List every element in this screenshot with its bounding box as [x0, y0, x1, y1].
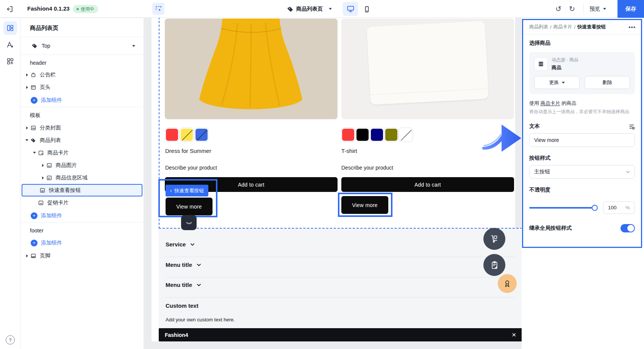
sidebar-item-page-footer[interactable]: 页脚: [20, 249, 144, 262]
sections-panel: 商品列表页 Top header 公告栏: [20, 18, 144, 349]
database-icon: [538, 61, 544, 67]
color-swatch[interactable]: [341, 128, 355, 142]
inherit-global-style-toggle[interactable]: [621, 224, 635, 232]
top-template-selector[interactable]: Top: [20, 37, 144, 55]
product-image-dress[interactable]: [165, 19, 338, 119]
delivery-float-button[interactable]: [483, 228, 505, 250]
rewards-float-button[interactable]: [498, 274, 517, 293]
callout-arrow-icon: [480, 119, 523, 157]
help-button[interactable]: ?: [6, 335, 15, 344]
sidebar-item-product-info[interactable]: 商品信息区域: [20, 171, 144, 184]
preview-button[interactable]: 预览: [589, 0, 606, 18]
desktop-view-button[interactable]: [343, 2, 358, 16]
more-options-button[interactable]: •••: [628, 24, 636, 30]
soldout-slash-icon: [196, 128, 208, 142]
left-icon-rail: ?: [0, 18, 20, 349]
button-text-input[interactable]: [529, 133, 635, 147]
chevron-down-icon: [190, 243, 195, 246]
tag-icon: [31, 43, 38, 49]
select-cursor-icon: [155, 5, 162, 12]
sidebar-item-quick-view-button[interactable]: 快速查看按钮: [22, 184, 142, 196]
text-field-label: 文本: [529, 123, 540, 130]
opacity-unit: %: [625, 205, 630, 210]
page-selector[interactable]: 商品列表页: [296, 6, 323, 12]
mobile-icon: [363, 6, 370, 13]
color-swatch[interactable]: [370, 128, 384, 142]
footer-menu-row[interactable]: Menu title: [166, 282, 201, 288]
top-selector-caret-icon: [132, 45, 135, 47]
slider-knob[interactable]: [592, 205, 598, 211]
apps-tab[interactable]: [3, 55, 17, 68]
redo-button[interactable]: ↻: [567, 3, 577, 14]
product-title: T-shirt: [341, 148, 357, 154]
button-style-select[interactable]: 主按钮: [529, 165, 635, 179]
add-to-cart-button[interactable]: Add to cart: [341, 177, 514, 192]
color-swatch-soldout[interactable]: [195, 128, 208, 142]
sidebar-item-announcement[interactable]: 公告栏: [20, 69, 144, 81]
sidebar-item-page-header[interactable]: 页头: [20, 81, 144, 93]
divider: [166, 297, 516, 298]
preview-canvas: Dress for Summer T-shirt Describe your p…: [144, 18, 522, 349]
topbar-divider: [583, 3, 584, 14]
sections-tab[interactable]: [3, 21, 17, 35]
source-name: 商品: [552, 64, 578, 71]
divider: [166, 277, 516, 277]
product-source-card: 动态源 · 商品 商品 更换 删除: [529, 52, 635, 94]
close-icon[interactable]: ✕: [511, 332, 516, 338]
sidebar-item-product-list[interactable]: 商品列表: [20, 134, 144, 146]
group-label-template: 模板: [20, 107, 144, 122]
expand-caret-icon[interactable]: [26, 254, 28, 257]
undo-button[interactable]: ↺: [553, 3, 564, 14]
color-swatch[interactable]: [356, 128, 369, 142]
expand-caret-icon[interactable]: [26, 73, 28, 76]
theme-styles-tab[interactable]: [3, 38, 17, 51]
color-swatch-soldout[interactable]: [180, 128, 194, 142]
breadcrumb-product-card[interactable]: 商品卡片: [553, 24, 572, 30]
product-card-link[interactable]: 商品卡片: [541, 100, 560, 106]
product-description: Describe your product: [165, 165, 217, 171]
footer-menu-row[interactable]: Menu title: [166, 262, 201, 268]
add-component-template-button[interactable]: + 添加组件: [20, 209, 144, 222]
expand-caret-icon[interactable]: [26, 86, 28, 89]
sidebar-item-category-cover[interactable]: 分类封面: [20, 122, 144, 134]
opacity-slider[interactable]: [529, 207, 597, 209]
status-badge: 使用中: [73, 5, 98, 13]
color-swatch[interactable]: [385, 128, 398, 142]
group-label-header: header: [20, 55, 144, 69]
sidebar-item-promo-card[interactable]: 促销卡片: [20, 196, 144, 209]
replace-product-button[interactable]: 更换: [534, 76, 580, 89]
expand-caret-icon[interactable]: [42, 164, 44, 167]
announcement-icon: [30, 72, 36, 78]
chevron-left-icon[interactable]: ‹: [170, 188, 172, 193]
feedback-float-button[interactable]: [483, 254, 505, 276]
select-mode-button[interactable]: [152, 3, 164, 15]
save-button[interactable]: 保存: [617, 0, 644, 18]
sidebar-item-product-card[interactable]: 商品卡片: [20, 146, 144, 159]
footer-menu-row[interactable]: Service: [166, 241, 195, 248]
add-component-header-button[interactable]: + 添加组件: [20, 93, 144, 107]
product-image-icon: [46, 162, 52, 168]
breadcrumb-product-list[interactable]: 商品列表: [529, 24, 548, 30]
plus-circle-icon: +: [31, 212, 38, 219]
mobile-view-button[interactable]: [361, 3, 373, 15]
page-selector-caret-icon[interactable]: [329, 8, 332, 10]
hide-component-button[interactable]: [181, 215, 197, 230]
view-more-button[interactable]: View more: [341, 196, 388, 214]
dynamic-source-icon[interactable]: [628, 123, 635, 130]
view-more-button[interactable]: View more: [166, 198, 213, 215]
delete-product-button[interactable]: 删除: [585, 76, 630, 89]
collapse-caret-icon[interactable]: [25, 139, 28, 141]
color-swatch[interactable]: [165, 128, 179, 142]
opacity-value-box[interactable]: 100 %: [603, 201, 635, 214]
hand-truck-icon: [489, 234, 499, 244]
expand-caret-icon[interactable]: [26, 126, 28, 129]
page-footer-icon: [30, 253, 36, 259]
color-swatch-soldout[interactable]: [399, 128, 413, 142]
expand-caret-icon[interactable]: [42, 176, 44, 179]
exit-editor-button[interactable]: [5, 4, 15, 14]
product-image-tshirt[interactable]: [341, 19, 514, 119]
add-component-footer-button[interactable]: + 添加组件: [20, 236, 144, 249]
collapse-caret-icon[interactable]: [33, 152, 36, 154]
sidebar-item-product-image[interactable]: 商品图片: [20, 159, 144, 171]
footer-custom-text: Add your own custom text here.: [166, 317, 235, 323]
